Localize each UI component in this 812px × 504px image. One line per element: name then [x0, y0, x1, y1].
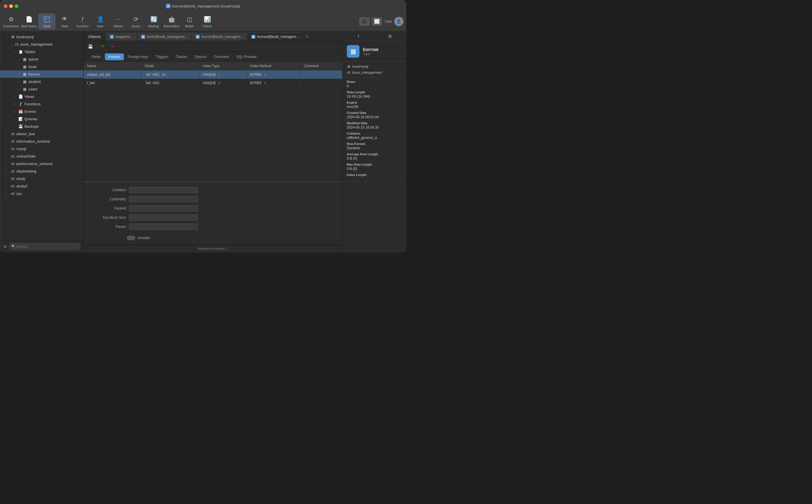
subtab-indexes[interactable]: Indexes [105, 53, 124, 60]
subtab-options[interactable]: Options [191, 53, 210, 60]
model-label: Model [185, 24, 194, 28]
automation-label: Automation [163, 24, 179, 28]
toolbar-table[interactable]: Table [38, 13, 55, 30]
sort-icon: ⇅ [264, 82, 266, 85]
delete-index-button[interactable]: − [109, 43, 116, 50]
subtab-triggers[interactable]: Triggers [152, 53, 172, 60]
sidebar-item-backups[interactable]: 💾 Backups [0, 123, 83, 130]
sidebar-item-views[interactable]: 📄 Views [0, 93, 83, 100]
toolbar-new-query[interactable]: 📄 New Query [20, 13, 38, 30]
view-toggle-2[interactable]: ⬜ [372, 17, 382, 26]
sidebar-item-book[interactable]: ▦ book [0, 63, 83, 70]
toolbar-model[interactable]: ◫ Model [181, 13, 198, 30]
info-tab-info[interactable]: ℹ [343, 31, 374, 40]
tab-anageme[interactable]: 🖥 anageme... [106, 32, 137, 41]
user-avatar[interactable]: 👤 [394, 17, 403, 26]
sidebar-item-student[interactable]: ▦ student [0, 78, 83, 85]
sort-icon: ⇅ [264, 73, 266, 76]
sidebar-label-staybooking: staybooking [16, 169, 36, 173]
toolbar-user[interactable]: 👤 User [92, 13, 109, 30]
toolbar-backup[interactable]: 🔄 Backup [145, 13, 162, 30]
chevron-right-icon [6, 147, 10, 150]
index-row-unique-sid-bid[interactable]: unique_sid_bid `sid` ASC, `bi... UNIQUE … [84, 71, 343, 79]
sidebar-item-queries[interactable]: 📝 Queries [0, 115, 83, 123]
toolbar-others[interactable]: ⋯ Others [109, 13, 127, 30]
tab-book-management[interactable]: ▦ book@book_manageme... [137, 32, 191, 41]
info-server-path: 🖥 localmysql [347, 64, 402, 69]
sidebar-item-tables[interactable]: 📋 Tables [0, 48, 83, 55]
window-title: 🖥 borrow@book_management (localmysql) [166, 4, 240, 8]
sidebar-search-input[interactable] [9, 243, 80, 250]
minimize-button[interactable] [9, 4, 13, 8]
table-book-icon: ▦ [22, 64, 27, 69]
sidebar-item-events[interactable]: 📅 Events [0, 108, 83, 115]
indexes-pane: Name Fields Index Type Index Method Comm… [84, 62, 343, 182]
db-path-icon: 🗃 [347, 70, 351, 75]
toolbar-view[interactable]: 👁 View [56, 13, 73, 30]
subtab-comment[interactable]: Comment [211, 53, 233, 60]
key-block-size-input[interactable] [129, 214, 198, 221]
subtab-fields[interactable]: Fields [88, 53, 104, 60]
index-row-f-bid[interactable]: f_bid `bid` ASC UNIQUE ⇅ BTREE ⇅ [84, 79, 343, 87]
save-button[interactable]: 💾 [86, 43, 94, 50]
sidebar-item-study2[interactable]: 🗃 study2 [0, 182, 83, 190]
sidebar-item-performance-schema[interactable]: 🗃 performance_schema [0, 160, 83, 167]
tab-borrow-management[interactable]: ▦ borrow@book_managem... [191, 32, 248, 41]
toolbar-charts[interactable]: 📊 Charts [198, 13, 216, 30]
sidebar-item-users[interactable]: ▦ users [0, 85, 83, 93]
tab-borrow-active[interactable]: ▦ borrow@book_managem... [248, 32, 303, 41]
info-row-format-stat: Row Format Dynamic [347, 142, 402, 150]
subtab-sql-preview[interactable]: SQL Preview [233, 53, 260, 60]
sidebar-item-admin[interactable]: ▦ admin [0, 55, 83, 63]
chevron-right-icon [18, 88, 22, 91]
sidebar-item-book-management[interactable]: 🗃 book_management [0, 40, 83, 48]
subtab-fields-label: Fields [92, 55, 101, 59]
sidebar-item-study[interactable]: 🗃 study [0, 175, 83, 182]
info-max-data-length-val: 0 B (0) [347, 167, 402, 171]
subtab-foreign-keys[interactable]: Foreign Keys [124, 53, 152, 60]
packed-input[interactable] [129, 205, 198, 212]
collation-input[interactable] [129, 187, 198, 193]
toolbar-function[interactable]: ƒ Function [74, 13, 91, 30]
tab-more-button[interactable]: » [303, 32, 312, 41]
info-created-date-stat: Created Date 2024-05-16 00:01:04 [347, 111, 402, 119]
info-row-format-val: Dynamic [347, 146, 402, 150]
toolbar-query[interactable]: ⟳ Query [127, 13, 144, 30]
sidebar-item-ebean-test[interactable]: 🗃 ebean_test [0, 130, 83, 137]
settings-icon[interactable]: ⚙ [3, 244, 7, 249]
sidebar-item-functions[interactable]: ƒ Functions [0, 100, 83, 108]
info-tab-grid[interactable]: ▦ [374, 31, 406, 40]
invisible-toggle[interactable] [127, 236, 135, 240]
toolbar-connection[interactable]: ⚙ Connection [3, 13, 20, 30]
tab-objects[interactable]: Objects [84, 32, 106, 41]
close-button[interactable] [4, 4, 7, 8]
tab-icon-borrow2: ▦ [252, 35, 256, 39]
subtab-checks[interactable]: Checks [172, 53, 190, 60]
sidebar-item-localmysql[interactable]: 🖥 localmysql [0, 33, 83, 40]
sidebar-item-sys[interactable]: 🗃 sys [0, 190, 83, 197]
index-fields-f-bid: `bid` ASC [141, 79, 199, 87]
sub-tabs-bar: Fields Indexes Foreign Keys Triggers Che… [84, 52, 343, 62]
sidebar-item-staybooking[interactable]: 🗃 staybooking [0, 167, 83, 175]
view-toggle-1[interactable]: ⬛ [359, 17, 370, 26]
content-main: Name Fields Index Type Index Method Comm… [84, 62, 343, 252]
sidebar-item-borrow[interactable]: ▦ borrow [0, 70, 83, 78]
cardinality-input[interactable] [129, 196, 198, 202]
main-toolbar: ⚙ Connection 📄 New Query Table 👁 View ƒ … [0, 12, 406, 31]
parser-input[interactable] [129, 224, 198, 230]
tabs-bar: Objects 🖥 anageme... ▦ book@book_managem… [84, 31, 343, 41]
info-collation-key: Collation [347, 132, 402, 135]
sidebar-item-online-order[interactable]: 🗃 onlineOrder [0, 152, 83, 160]
toolbar-automation[interactable]: 🤖 Automation [163, 13, 180, 30]
indexes-table: Name Fields Index Type Index Method Comm… [84, 62, 343, 87]
detail-form: Collation: Cardinality: Packed: Key Bloc… [84, 182, 343, 234]
sidebar-item-mysql[interactable]: 🗃 mysql [0, 145, 83, 152]
sidebar-label-book-management: book_management [20, 42, 52, 46]
main-window: 🖥 borrow@book_management (localmysql) ⚙ … [0, 0, 406, 252]
sidebar-item-information-schema[interactable]: 🗃 information_schema [0, 137, 83, 145]
app-icon: 🖥 [166, 4, 170, 8]
add-index-button[interactable]: + [99, 43, 106, 50]
sidebar-tree: 🖥 localmysql 🗃 book_management 📋 Tables [0, 31, 83, 241]
charts-icon: 📊 [203, 15, 211, 23]
maximize-button[interactable] [15, 4, 18, 8]
